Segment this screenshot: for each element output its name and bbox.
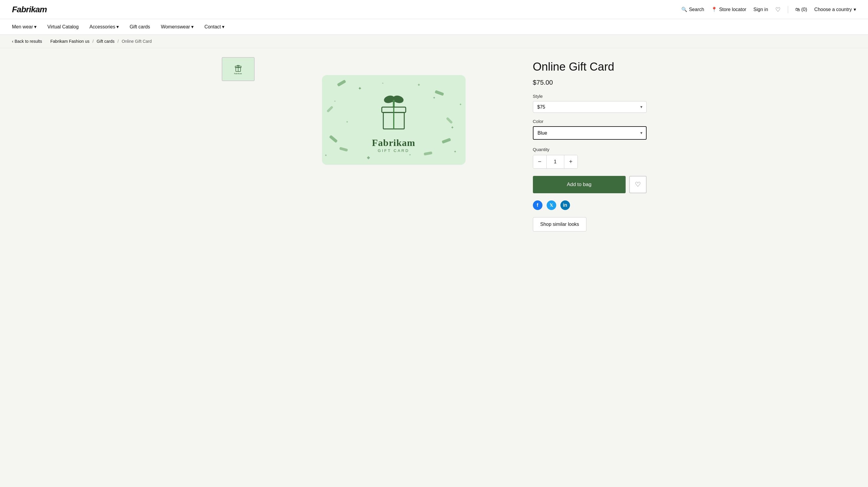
chevron-down-icon: ▾: [191, 24, 194, 30]
breadcrumb-current: Online Gift Card: [122, 39, 152, 44]
search-label: Search: [689, 7, 704, 12]
svg-rect-6: [442, 138, 451, 144]
location-icon: 📍: [711, 7, 717, 12]
country-selector[interactable]: Choose a country ▾: [814, 7, 856, 12]
svg-rect-10: [327, 106, 333, 112]
gift-box-svg: [370, 87, 418, 135]
store-locator-button[interactable]: 📍 Store locator: [711, 7, 746, 12]
divider: [788, 6, 788, 13]
color-label: Color: [533, 119, 647, 124]
svg-text:✦: ✦: [451, 125, 454, 130]
thumbnail-sidebar: Fabrikam: [222, 57, 255, 231]
nav-label-womenswear: Womenswear: [161, 24, 190, 30]
svg-text:◆: ◆: [418, 83, 420, 86]
back-arrow-icon: ‹: [12, 39, 13, 44]
gift-icon-small: [234, 64, 243, 73]
chevron-down-icon: ▾: [34, 24, 36, 30]
svg-text:✦: ✦: [454, 150, 457, 154]
quantity-controls: − 1 +: [533, 155, 578, 169]
search-button[interactable]: 🔍 Search: [681, 7, 704, 12]
mini-card: Fabrikam: [225, 60, 252, 78]
nav-item-contact[interactable]: Contact ▾: [204, 24, 224, 30]
facebook-icon: f: [537, 202, 538, 208]
nav-label-virtualcatalog: Virtual Catalog: [47, 24, 79, 30]
mini-brand: Fabrikam: [234, 73, 242, 74]
breadcrumb-home-link[interactable]: Fabrikam Fashion us: [50, 39, 90, 44]
gift-card-sublabel: GIFT CARD: [372, 149, 415, 153]
breadcrumb-separator-3: /: [118, 39, 119, 44]
nav-label-contact: Contact: [204, 24, 221, 30]
nav-label-accessories: Accessories: [90, 24, 115, 30]
svg-text:✦: ✦: [346, 120, 348, 124]
header: Fabrikam 🔍 Search 📍 Store locator Sign i…: [0, 0, 868, 19]
facebook-share-button[interactable]: f: [533, 200, 542, 210]
svg-text:◆: ◆: [325, 154, 327, 157]
twitter-share-button[interactable]: 𝕏: [547, 200, 556, 210]
nav-item-menwear[interactable]: Men wear ▾: [12, 24, 36, 30]
quantity-value: 1: [546, 155, 564, 168]
nav-item-giftcards[interactable]: Gift cards: [129, 24, 150, 30]
product-title: Online Gift Card: [533, 60, 647, 74]
add-to-wishlist-button[interactable]: ♡: [629, 176, 647, 193]
product-details: Online Gift Card $75.00 Style $25 $50 $7…: [533, 57, 647, 231]
svg-rect-5: [329, 135, 338, 143]
quantity-decrease-button[interactable]: −: [533, 155, 546, 168]
add-to-bag-button[interactable]: Add to bag: [533, 176, 626, 193]
product-price: $75.00: [533, 79, 647, 87]
svg-text:◆: ◆: [367, 155, 370, 160]
breadcrumb-separator-2: /: [92, 39, 94, 44]
svg-text:✦: ✦: [358, 86, 362, 91]
nav-item-virtualcatalog[interactable]: Virtual Catalog: [47, 24, 79, 30]
shop-similar-button[interactable]: Shop similar looks: [533, 217, 587, 231]
signin-button[interactable]: Sign in: [753, 7, 768, 12]
country-label: Choose a country: [814, 7, 852, 12]
svg-rect-4: [434, 90, 444, 96]
quantity-section: Quantity − 1 +: [533, 147, 647, 169]
svg-text:✦: ✦: [334, 100, 336, 103]
svg-rect-9: [446, 117, 453, 124]
svg-rect-3: [337, 79, 346, 87]
svg-text:◆: ◆: [460, 103, 462, 106]
quantity-label: Quantity: [533, 147, 647, 152]
brand-name: Fabrikam: [372, 138, 415, 148]
style-select-wrapper: $25 $50 $75 $100 $150 $200 ▾: [533, 101, 647, 113]
svg-text:✦: ✦: [433, 96, 436, 100]
heart-icon: ♡: [635, 181, 641, 189]
svg-rect-7: [339, 147, 348, 152]
nav-label-menwear: Men wear: [12, 24, 33, 30]
main-nav: Men wear ▾ Virtual Catalog Accessories ▾…: [0, 19, 868, 35]
gift-card-image: ✦ ✦ ✦ ✦ ✦ ✦ ✦ ✦ ◆ ◆ ◆ ◆: [322, 75, 466, 165]
svg-text:✦: ✦: [409, 153, 411, 157]
store-locator-label: Store locator: [719, 7, 746, 12]
linkedin-share-button[interactable]: in: [560, 200, 570, 210]
color-select-wrapper: Blue Green Red Yellow ▾: [533, 126, 647, 140]
nav-item-accessories[interactable]: Accessories ▾: [90, 24, 119, 30]
social-share-row: f 𝕏 in: [533, 200, 647, 210]
svg-rect-8: [424, 151, 432, 156]
back-to-results-link[interactable]: ‹ Back to results: [12, 39, 42, 44]
chevron-down-icon: ▾: [116, 24, 119, 30]
nav-item-womenswear[interactable]: Womenswear ▾: [161, 24, 194, 30]
bag-button[interactable]: 🛍 (0): [795, 7, 807, 12]
color-select[interactable]: Blue Green Red Yellow: [533, 126, 647, 140]
header-right: 🔍 Search 📍 Store locator Sign in ♡ 🛍 (0)…: [681, 6, 856, 13]
gift-card-brand: Fabrikam GIFT CARD: [372, 138, 415, 153]
style-select[interactable]: $25 $50 $75 $100 $150 $200: [533, 101, 647, 113]
chevron-down-icon: ▾: [854, 7, 856, 12]
quantity-increase-button[interactable]: +: [564, 155, 578, 168]
add-to-bag-row: Add to bag ♡: [533, 176, 647, 193]
breadcrumb-category-link[interactable]: Gift cards: [97, 39, 115, 44]
main-content: Fabrikam ✦ ✦ ✦ ✦ ✦ ✦: [210, 48, 658, 240]
linkedin-icon: in: [563, 202, 567, 208]
breadcrumb: ‹ Back to results Fabrikam Fashion us / …: [0, 35, 868, 48]
search-icon: 🔍: [681, 7, 687, 12]
product-thumbnail[interactable]: Fabrikam: [222, 57, 255, 81]
chevron-down-icon: ▾: [222, 24, 224, 30]
bag-count: (0): [801, 7, 807, 12]
logo[interactable]: Fabrikam: [12, 5, 47, 14]
product-image-area: ✦ ✦ ✦ ✦ ✦ ✦ ✦ ✦ ◆ ◆ ◆ ◆: [267, 57, 521, 231]
wishlist-header-button[interactable]: ♡: [775, 6, 781, 13]
nav-label-giftcards: Gift cards: [129, 24, 150, 30]
breadcrumb-separator: [45, 39, 48, 44]
style-label: Style: [533, 94, 647, 99]
